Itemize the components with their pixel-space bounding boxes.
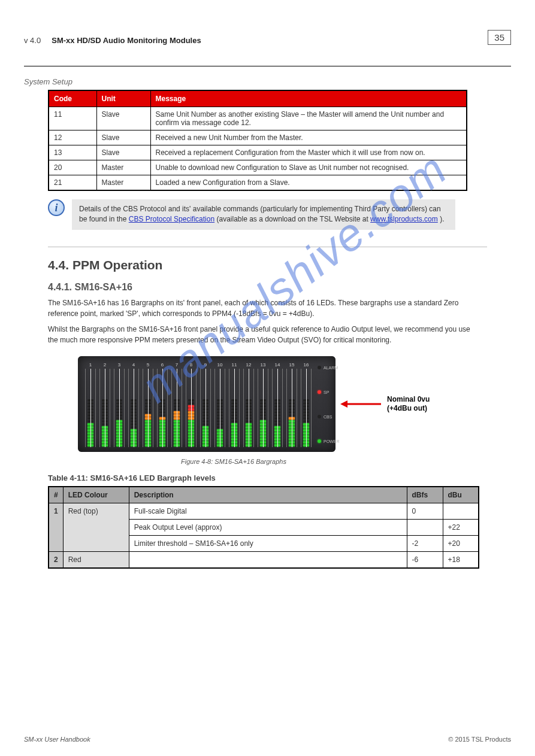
- th-dbu: dBu: [443, 487, 479, 503]
- table-row: 1 Red (top) Full-scale Digital 0: [49, 503, 479, 519]
- link-cbs-spec[interactable]: CBS Protocol Specification: [129, 215, 214, 223]
- th-colour: LED Colour: [63, 487, 129, 503]
- header-version: v 4.0: [24, 36, 41, 45]
- table-row: 20 Master Unable to download new Configu…: [49, 160, 467, 175]
- th-desc: Description: [129, 487, 407, 503]
- th-num: #: [49, 487, 63, 503]
- table-caption: Table 4-11: SM16-SA+16 LED Bargraph leve…: [48, 473, 511, 482]
- paragraph: Whilst the Bargraphs on the SM16-SA+16 f…: [48, 324, 479, 345]
- table-row: 2 Red -6 +18: [49, 551, 479, 568]
- th-unit: Unit: [96, 90, 150, 107]
- subsection-heading: 4.4.1. SM16-SA+16: [48, 282, 511, 293]
- led-bargraph-table: # LED Colour Description dBfs dBu 1 Red …: [48, 486, 479, 569]
- table-row: 13 Slave Received a replacement Configur…: [49, 145, 467, 160]
- footer: SM-xx User Handbook © 2015 TSL Products: [0, 736, 535, 743]
- link-tsl-website[interactable]: www.tslproducts.com: [370, 215, 438, 223]
- info-icon: i: [48, 199, 65, 216]
- svg-marker-1: [340, 400, 347, 408]
- footer-right: © 2015 TSL Products: [448, 736, 511, 743]
- footer-left: SM-xx User Handbook: [24, 736, 90, 743]
- system-setup-table: Code Unit Message 11 Slave Same Unit Num…: [48, 90, 467, 191]
- th-message: Message: [150, 90, 467, 107]
- divider: [48, 247, 487, 247]
- info-note: Details of the CBS Protocol and its' ava…: [72, 199, 455, 230]
- table-row: 21 Master Loaded a new Configuration fro…: [49, 175, 467, 191]
- redtable-caption: System Setup: [24, 77, 511, 86]
- figure-caption: Figure 4-8: SM16-SA+16 Bargraphs: [78, 458, 389, 465]
- header-page-number: 35: [488, 30, 511, 45]
- header-title: SM-xx HD/SD Audio Monitoring Modules: [52, 36, 201, 45]
- arrow-icon: [340, 398, 382, 410]
- device-panel-image: 12345678910111213141516ALARMSPCBSPOWER: [78, 356, 335, 452]
- paragraph: The SM16-SA+16 has 16 Bargraphs on its' …: [48, 297, 479, 319]
- th-code: Code: [49, 90, 96, 107]
- table-row: 11 Slave Same Unit Number as another exi…: [49, 107, 467, 130]
- th-dbfs: dBfs: [407, 487, 443, 503]
- table-row: 12 Slave Received a new Unit Number from…: [49, 130, 467, 145]
- section-heading: 4.4. PPM Operation: [48, 258, 511, 272]
- annotation-label: Nominal 0vu (+4dBu out): [387, 395, 430, 412]
